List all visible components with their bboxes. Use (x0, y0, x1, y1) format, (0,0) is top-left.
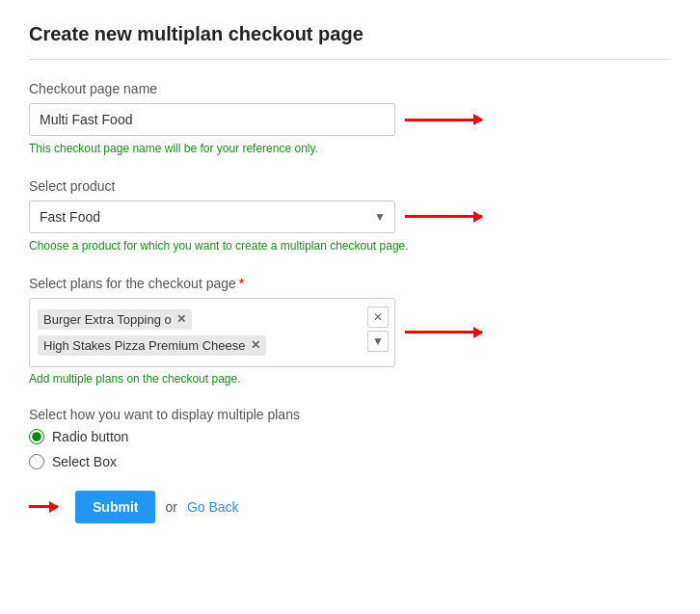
arrow-line-submit (29, 505, 58, 508)
plan-tag-2: High Stakes Pizza Premium Cheese ✕ (38, 335, 266, 356)
submit-arrow-indicator (29, 505, 58, 508)
select-plans-label: Select plans for the checkout page* (29, 276, 671, 291)
arrow-indicator-product (405, 215, 482, 218)
arrow-line-product (405, 215, 482, 218)
plans-multiselect-box[interactable]: Burger Extra Topping o ✕ High Stakes Piz… (29, 298, 395, 367)
plan-tag-1: Burger Extra Topping o ✕ (38, 309, 192, 330)
expand-dropdown-button[interactable]: ▼ (367, 331, 389, 352)
checkout-name-label: Checkout page name (29, 81, 671, 96)
select-box-input[interactable] (29, 454, 44, 469)
radio-option-1[interactable]: Radio button (29, 429, 671, 444)
display-type-section: Select how you want to display multiple … (29, 407, 671, 469)
radio-button-input[interactable] (29, 429, 44, 444)
display-type-label: Select how you want to display multiple … (29, 407, 671, 422)
radio-option-2[interactable]: Select Box (29, 454, 671, 469)
checkout-name-section: Checkout page name This checkout page na… (29, 81, 671, 157)
submit-button[interactable]: Submit (75, 491, 155, 523)
submit-row: Submit or Go Back (29, 491, 671, 523)
arrow-indicator-name (405, 119, 482, 121)
product-select-wrapper: Fast Food ▼ (29, 200, 395, 233)
select-plans-row: Burger Extra Topping o ✕ High Stakes Piz… (29, 298, 671, 367)
checkout-name-hint: This checkout page name will be for your… (29, 141, 671, 157)
arrow-indicator-plans (405, 331, 482, 334)
radio-option-2-label: Select Box (52, 454, 117, 469)
arrow-line-plans (405, 331, 482, 334)
arrow-line-name (405, 119, 482, 121)
product-select[interactable]: Fast Food (29, 200, 395, 233)
clear-all-button[interactable]: ✕ (367, 307, 389, 328)
select-product-section: Select product Fast Food ▼ Choose a prod… (29, 178, 671, 254)
checkout-name-input[interactable] (29, 103, 395, 136)
checkout-name-row (29, 103, 671, 136)
select-plans-section: Select plans for the checkout page* Burg… (29, 276, 671, 386)
radio-group: Radio button Select Box (29, 429, 671, 469)
select-product-label: Select product (29, 178, 671, 194)
remove-plan-1-button[interactable]: ✕ (176, 312, 186, 326)
remove-plan-2-button[interactable]: ✕ (251, 338, 260, 352)
multiselect-controls: ✕ ▼ (367, 307, 389, 352)
go-back-link[interactable]: Go Back (187, 499, 239, 515)
required-star: * (239, 276, 244, 291)
radio-option-1-label: Radio button (52, 429, 128, 444)
select-product-hint: Choose a product for which you want to c… (29, 238, 671, 254)
select-product-row: Fast Food ▼ (29, 200, 671, 233)
plans-hint: Add multiple plans on the checkout page. (29, 372, 671, 386)
or-text: or (165, 499, 176, 515)
page-title: Create new multiplan checkout page (29, 23, 671, 45)
